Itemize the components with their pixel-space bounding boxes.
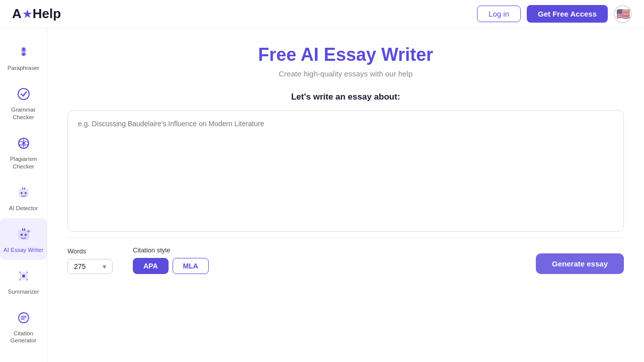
- options-row: Words 275 ▾ Citation style APA MLA Gener…: [67, 246, 624, 274]
- sidebar-label-paraphraser: Paraphraser: [8, 64, 39, 72]
- svg-rect-24: [22, 228, 23, 231]
- svg-point-30: [19, 278, 21, 280]
- logo-star-icon: ★: [23, 8, 32, 20]
- main-content: Free AI Essay Writer Create high-quality…: [47, 28, 644, 362]
- sidebar-item-plagiarism-checker[interactable]: Plagiarism Checker: [0, 127, 47, 176]
- svg-point-5: [22, 47, 26, 51]
- citation-apa-button[interactable]: APA: [133, 258, 169, 274]
- body-wrap: Paraphraser Grammar Checker: [0, 28, 644, 362]
- svg-rect-16: [19, 189, 28, 197]
- sidebar-label-ai-essay-writer: AI Essay Writer: [4, 246, 43, 254]
- svg-point-27: [22, 275, 25, 278]
- svg-point-22: [20, 233, 22, 235]
- language-selector[interactable]: 🇺🇸: [614, 5, 632, 23]
- page-subtitle: Create high-quality essays with our help: [67, 69, 624, 78]
- plagiarism-checker-icon: [14, 133, 34, 153]
- page-title: Free AI Essay Writer: [67, 44, 624, 65]
- essay-topic-input[interactable]: [78, 120, 613, 220]
- sidebar-label-plagiarism-checker: Plagiarism Checker: [3, 155, 44, 170]
- citation-generator-icon: [14, 308, 34, 328]
- svg-point-28: [19, 271, 21, 273]
- svg-point-17: [21, 192, 23, 194]
- svg-point-31: [26, 278, 28, 280]
- words-value: 275: [74, 262, 86, 270]
- svg-point-18: [25, 192, 27, 194]
- svg-point-6: [21, 52, 27, 56]
- citation-label: Citation style: [133, 246, 209, 254]
- logo[interactable]: A★Help: [12, 6, 61, 22]
- svg-rect-25: [24, 228, 25, 231]
- free-access-button[interactable]: Get Free Access: [527, 5, 608, 23]
- chevron-down-icon: ▾: [103, 262, 106, 270]
- logo-a: A: [12, 6, 22, 22]
- ai-detector-icon: [14, 183, 34, 203]
- paraphraser-icon: [14, 42, 34, 62]
- citation-buttons: APA MLA: [133, 258, 209, 274]
- svg-rect-19: [22, 188, 23, 190]
- essay-input-area: [67, 110, 624, 232]
- sidebar-label-ai-detector: AI Detector: [9, 205, 38, 212]
- flag-icon: 🇺🇸: [616, 8, 630, 21]
- logo-help: Help: [33, 6, 61, 22]
- options-divider: [67, 238, 624, 238]
- summarizer-icon: [14, 266, 34, 286]
- svg-point-23: [24, 233, 26, 235]
- sidebar-item-citation-generator[interactable]: Citation Generator: [0, 302, 47, 351]
- words-option-group: Words 275 ▾: [67, 247, 113, 274]
- header-right: Log in Get Free Access 🇺🇸: [477, 5, 632, 23]
- sidebar-item-ai-essay-writer[interactable]: AI Essay Writer: [0, 218, 47, 260]
- sidebar-label-citation-generator: Citation Generator: [3, 330, 44, 345]
- header: A★Help Log in Get Free Access 🇺🇸: [0, 0, 644, 28]
- sidebar-item-ai-detector[interactable]: AI Detector: [0, 176, 47, 218]
- svg-rect-20: [24, 188, 25, 190]
- essay-prompt-label: Let's write an essay about:: [67, 92, 624, 102]
- sidebar-item-summarizer[interactable]: Summarizer: [0, 260, 47, 302]
- words-label: Words: [67, 247, 113, 255]
- sidebar: Paraphraser Grammar Checker: [0, 28, 47, 362]
- svg-rect-21: [19, 230, 29, 239]
- sidebar-item-paraphraser[interactable]: Paraphraser: [0, 36, 47, 78]
- sidebar-item-grammar-checker[interactable]: Grammar Checker: [0, 78, 47, 127]
- citation-mla-button[interactable]: MLA: [173, 258, 209, 274]
- generate-essay-button[interactable]: Generate essay: [536, 253, 624, 274]
- sidebar-label-summarizer: Summarizer: [8, 288, 39, 296]
- citation-option-group: Citation style APA MLA: [133, 246, 209, 274]
- grammar-checker-icon: [14, 84, 34, 104]
- words-selector[interactable]: 275 ▾: [67, 259, 113, 274]
- ai-essay-writer-icon: [14, 224, 34, 244]
- svg-point-29: [26, 271, 28, 273]
- sidebar-label-grammar-checker: Grammar Checker: [3, 106, 44, 121]
- login-button[interactable]: Log in: [477, 6, 521, 22]
